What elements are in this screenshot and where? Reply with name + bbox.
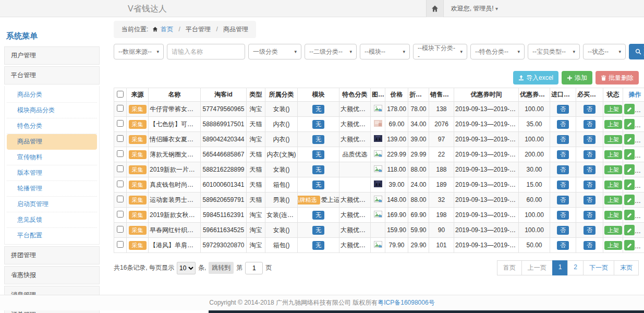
row-checkbox[interactable] — [117, 105, 124, 112]
per-page-select[interactable]: 10 — [177, 262, 196, 274]
sidebar-item-平台管理[interactable]: 平台管理 — [4, 66, 100, 85]
import-select-cell: 否 — [550, 177, 576, 192]
must-buy-cell: 否 — [576, 132, 603, 147]
sidebar-item-模块商品分类[interactable]: 模块商品分类 — [7, 103, 97, 118]
sidebar-item-版本管理[interactable]: 版本管理 — [7, 165, 97, 181]
sidebar-item-特色分类[interactable]: 特色分类 — [7, 118, 97, 134]
operations-cell — [623, 192, 644, 208]
row-checkbox[interactable] — [117, 165, 124, 172]
row-select-cell — [114, 192, 127, 208]
thumb-cell — [371, 117, 385, 132]
price-cell: 148.00 — [385, 192, 408, 208]
filter-select[interactable]: --状态--▾ — [583, 44, 626, 59]
import-select-badge: 否 — [557, 196, 569, 204]
edit-button[interactable] — [624, 240, 635, 250]
welcome-text: 欢迎您, 管理员! — [451, 5, 495, 12]
operations-cell — [623, 223, 644, 238]
discount-price-cell: 39.00 — [408, 132, 429, 147]
type-cell: 淘宝 — [247, 102, 265, 117]
row-checkbox[interactable] — [117, 150, 124, 157]
row-checkbox[interactable] — [117, 135, 124, 142]
module-cell: 无 — [298, 162, 339, 177]
status-badge: 上架 — [604, 241, 622, 250]
sidebar-item-用户管理[interactable]: 用户管理 — [4, 46, 100, 65]
pager-item-1[interactable]: 1 — [552, 260, 568, 275]
breadcrumb-home-link[interactable]: 首页 — [161, 26, 173, 33]
pager: 首页上一页12下一页末页 — [497, 260, 639, 275]
edit-button[interactable] — [624, 225, 635, 235]
main-content: 当前位置: 首页 / 平台管理 / 商品管理 --数据来源--▾一级分类▾--二… — [114, 21, 639, 275]
coupon-time-cell: 2019-09-13—2019-09-17 — [454, 223, 519, 238]
must-buy-cell: 否 — [576, 223, 603, 238]
sidebar-item-轮播管理[interactable]: 轮播管理 — [7, 181, 97, 197]
edit-button[interactable] — [624, 149, 635, 160]
query-button[interactable]: 查询 — [629, 44, 644, 59]
user-menu[interactable]: 欢迎您, 管理员! ▾ — [451, 4, 498, 13]
batch-delete-button[interactable]: 批量删除 — [596, 71, 639, 85]
add-button[interactable]: 添加 — [562, 71, 592, 85]
breadcrumb: 当前位置: 首页 / 平台管理 / 商品管理 — [114, 21, 256, 38]
sidebar-item-平台配置[interactable]: 平台配置 — [7, 228, 97, 243]
filter-select[interactable]: --数据来源--▾ — [114, 44, 164, 59]
sidebar-item-省惠快报[interactable]: 省惠快报 — [4, 266, 100, 284]
filter-select[interactable]: 一级分类▾ — [248, 44, 301, 59]
pager-item-末页[interactable]: 末页 — [614, 260, 639, 275]
name-search-input[interactable] — [167, 44, 245, 59]
edit-button[interactable] — [624, 210, 635, 220]
name-cell: 早春网红针织外套女春... — [149, 223, 201, 238]
edit-button[interactable] — [624, 104, 635, 114]
sidebar-item-商品分类[interactable]: 商品分类 — [7, 87, 97, 103]
pager-item-上一页[interactable]: 上一页 — [521, 260, 553, 275]
edit-button[interactable] — [624, 119, 635, 129]
edit-button[interactable] — [624, 134, 635, 145]
edit-button[interactable] — [624, 195, 635, 205]
filter-select[interactable]: --二级分类--▾ — [305, 44, 357, 59]
pager-item-下一页[interactable]: 下一页 — [583, 260, 614, 275]
sidebar-item-启动页管理[interactable]: 启动页管理 — [7, 197, 97, 212]
name-cell: 2019新款一片式系... — [149, 162, 201, 177]
sidebar-item-宣传物料[interactable]: 宣传物料 — [7, 150, 97, 165]
select-all-checkbox[interactable] — [117, 91, 124, 98]
import-excel-button[interactable]: 导入excel — [513, 71, 558, 85]
row-checkbox[interactable] — [117, 120, 124, 127]
row-checkbox[interactable] — [117, 196, 124, 202]
sidebar: 系统菜单 用户管理平台管理商品分类模块商品分类特色分类商品管理宣传物料版本管理轮… — [4, 25, 100, 313]
taoke-id-cell: 577479560965 — [201, 102, 247, 117]
sidebar-item-意见反馈[interactable]: 意见反馈 — [7, 212, 97, 228]
category-cell: 箱包() — [265, 177, 298, 192]
row-checkbox[interactable] — [117, 226, 124, 233]
filter-select[interactable]: --宝贝类型--▾ — [528, 44, 580, 59]
edit-button[interactable] — [624, 164, 635, 175]
module-badge: 无 — [312, 135, 324, 144]
row-checkbox[interactable] — [117, 241, 124, 248]
coupon-time-cell: 2019-09-13—2019-09-18 — [454, 238, 519, 253]
taoke-id-cell: 589620659791 — [201, 192, 247, 208]
pager-item-2[interactable]: 2 — [567, 260, 584, 275]
home-button[interactable] — [426, 0, 444, 17]
status-cell: 上架 — [603, 223, 623, 238]
filter-select[interactable]: --特色分类--▾ — [470, 44, 525, 59]
table-row: 采集牛仔背带裤女秋装减龄...577479560965淘宝女装()无大额优惠券1… — [114, 102, 644, 117]
thumb-cell — [371, 238, 385, 253]
source-cell: 采集 — [127, 238, 149, 253]
jump-button[interactable]: 跳转到 — [209, 262, 234, 274]
row-checkbox[interactable] — [117, 180, 124, 187]
icp-link[interactable]: 粤ICP备16098006号 — [378, 298, 434, 307]
jump-page-input[interactable] — [245, 262, 263, 274]
status-badge: 上架 — [604, 105, 622, 114]
coupon-amount-cell: 100.00 — [519, 132, 550, 147]
operations-cell — [623, 132, 644, 147]
discount-price-cell: 59.90 — [408, 223, 429, 238]
sidebar-item-拼团管理[interactable]: 拼团管理 — [4, 246, 100, 264]
copyright-text: Copyright © 2014-2018 广州九驰网络科技有限公司 版权所有 — [209, 298, 378, 307]
filter-select[interactable]: --模块下分类--▾ — [413, 44, 467, 59]
sidebar-title: 系统菜单 — [4, 25, 100, 46]
row-checkbox[interactable] — [117, 211, 124, 218]
filter-select[interactable]: --模块--▾ — [360, 44, 410, 59]
must-buy-cell: 否 — [576, 192, 603, 208]
sidebar-item-商品管理[interactable]: 商品管理 — [7, 134, 97, 150]
coupon-time-cell: 2019-09-13—2019-09-20 — [454, 177, 519, 192]
coupon-time-cell: 2019-09-13—2019-09-20 — [454, 132, 519, 147]
pager-item-首页[interactable]: 首页 — [497, 260, 522, 275]
edit-button[interactable] — [624, 179, 635, 190]
